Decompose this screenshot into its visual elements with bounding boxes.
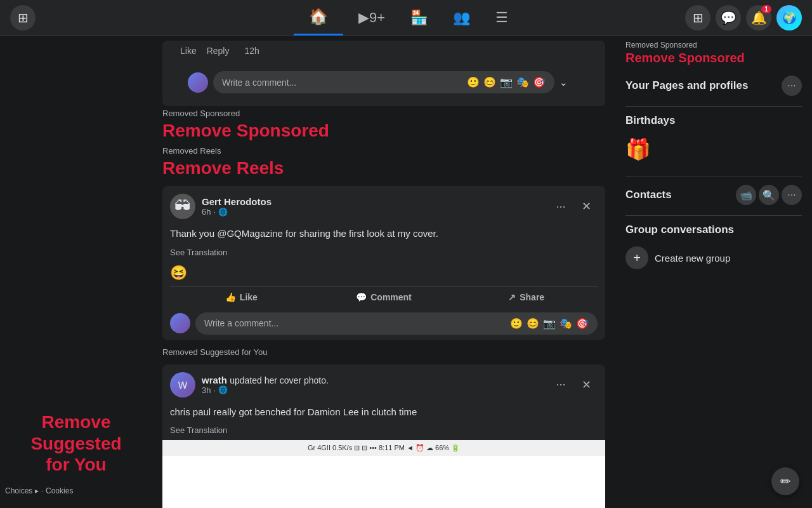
messenger-button[interactable]: 💬 <box>716 5 741 30</box>
gif-icon[interactable]: 😊 <box>483 76 496 88</box>
menu-nav-button[interactable]: ☰ <box>485 0 518 36</box>
store-icon: 🏪 <box>410 10 428 26</box>
close-post-button-wrath[interactable]: ✕ <box>575 373 598 396</box>
user-avatar[interactable]: 🌍 <box>776 5 802 30</box>
sidebar-sponsored-label: Removed Sponsored <box>625 41 802 50</box>
like-label-gert: Like <box>240 292 258 302</box>
removed-suggested-banner: Removed Suggested for You <box>152 345 615 359</box>
post2-action: updated her cover photo. <box>230 375 329 385</box>
notification-badge: 1 <box>761 5 771 13</box>
removed-reels-label: Removed Reels <box>152 144 615 158</box>
emoji-icon-gert[interactable]: 🙂 <box>510 318 523 330</box>
sidebar-remove-sponsored-action[interactable]: Remove Sponsored <box>625 51 802 65</box>
birthday-gift-icon: 🎁 <box>625 138 651 161</box>
more-icon-gert[interactable]: 🎯 <box>576 318 589 330</box>
sidebar-birthdays-header: Birthdays <box>625 114 802 127</box>
sidebar-pages-section: Your Pages and profiles ··· <box>625 76 802 96</box>
phone-content <box>162 456 605 508</box>
remove-reels-action[interactable]: Remove Reels <box>152 158 615 181</box>
dot-separator: · <box>213 207 216 217</box>
sidebar-contacts-title: Contacts <box>625 189 672 201</box>
collapse-toggle[interactable]: ⌄ <box>560 77 580 88</box>
post-meta-wrath: 3h · 🌐 <box>202 385 329 395</box>
more-icon[interactable]: 🎯 <box>533 76 546 88</box>
pages-more-button[interactable]: ··· <box>782 76 802 96</box>
sidebar-birthdays-title: Birthdays <box>625 114 675 127</box>
comment-area-gert: Write a comment... 🙂 😊 📷 🎭 🎯 <box>162 307 605 340</box>
emoji-icon[interactable]: 🙂 <box>467 76 480 88</box>
post-emoji-gert: 😆 <box>162 262 605 286</box>
contacts-more-button[interactable]: ··· <box>782 185 802 205</box>
more-options-button-gert[interactable]: ··· <box>549 195 572 218</box>
search-contacts-button[interactable]: 🔍 <box>759 185 779 205</box>
close-post-button-gert[interactable]: ✕ <box>575 195 598 218</box>
comment-label-gert: Comment <box>370 292 412 302</box>
like-button-gert[interactable]: 👍 Like <box>170 287 313 307</box>
comment-input-field[interactable]: Write a comment... 🙂 😊 📷 🎭 🎯 <box>213 71 554 93</box>
notification-button[interactable]: 🔔 1 <box>746 5 771 30</box>
see-translation-gert[interactable]: See Translation <box>162 246 605 262</box>
compose-button[interactable]: ✏ <box>771 467 799 495</box>
post-avatar-wrath: w <box>170 372 195 398</box>
sticker-icon-gert[interactable]: 🎭 <box>560 318 572 330</box>
sticker-icon[interactable]: 🎭 <box>516 76 529 88</box>
left-sidebar: Remove Suggestedfor You Choices ▸ · Cook… <box>0 36 152 508</box>
video-badge: 9+ <box>369 10 385 26</box>
video-nav-button[interactable]: ▶ 9+ <box>348 0 395 36</box>
globe-icon-wrath: 🌐 <box>218 385 228 394</box>
remove-suggested-label: Remove Suggestedfor You <box>5 406 147 481</box>
cookies-link[interactable]: Cookies <box>46 486 73 495</box>
post-header-gert: 🕶 Gert Herodotos 6h · 🌐 ··· ✕ <box>162 186 605 222</box>
grid-icon-button[interactable]: ⊞ <box>685 5 710 30</box>
share-button-gert[interactable]: ↗ Share <box>455 287 598 307</box>
comment-placeholder: Write a comment... <box>222 77 296 88</box>
author-name-gert[interactable]: Gert Herodotos <box>202 196 272 207</box>
contacts-action-buttons: 📹 🔍 ··· <box>736 185 802 205</box>
sidebar-groups-header: Group conversations <box>625 224 802 236</box>
sidebar-remove-sponsored: Removed Sponsored Remove Sponsored <box>625 41 802 65</box>
comment-input-gert[interactable]: Write a comment... 🙂 😊 📷 🎭 🎯 <box>195 312 598 335</box>
post-author-details: Gert Herodotos 6h · 🌐 <box>202 196 272 217</box>
comment-time: 12h <box>244 46 259 56</box>
see-translation-wrath[interactable]: See Translation <box>162 424 605 440</box>
post-time-wrath: 3h <box>202 385 211 395</box>
people-icon: 👥 <box>453 10 470 26</box>
create-group-icon: + <box>625 246 648 269</box>
people-nav-button[interactable]: 👥 <box>443 0 480 36</box>
more-options-button-wrath[interactable]: ··· <box>549 373 572 396</box>
home-nav-button[interactable]: 🏠 <box>294 0 343 36</box>
photo-icon[interactable]: 📷 <box>500 76 513 88</box>
commenter-avatar-gert <box>170 313 190 333</box>
comment-icons-gert: 🙂 😊 📷 🎭 🎯 <box>510 318 589 330</box>
store-nav-button[interactable]: 🏪 <box>400 0 438 36</box>
nav-left: ⊞ <box>10 5 137 30</box>
separator: ▸ · <box>35 486 43 495</box>
create-group-button[interactable]: + Create new group <box>625 241 802 274</box>
author-name-wrath: wrath updated her cover photo. <box>202 375 329 385</box>
share-icon: ↗ <box>508 292 516 302</box>
post-author-details-wrath: wrath updated her cover photo. 3h · 🌐 <box>202 375 329 395</box>
post-card-gert: 🕶 Gert Herodotos 6h · 🌐 ··· ✕ <box>162 186 605 340</box>
reply-action[interactable]: Reply <box>207 46 230 56</box>
main-layout: Remove Suggestedfor You Choices ▸ · Cook… <box>0 36 812 508</box>
remove-sponsored-action[interactable]: Remove Sponsored <box>152 121 615 144</box>
sidebar-contacts-header: Contacts 📹 🔍 ··· <box>625 185 802 205</box>
comment-icon: 💬 <box>356 292 367 302</box>
post-image-wrath: Gr 4GII 0.5K/s ⊟ ⊟ ••• 8:11 PM ◄ ⏰ ☁ 66%… <box>162 440 605 508</box>
like-action[interactable]: Like <box>180 46 197 56</box>
sidebar-groups-section: Group conversations + Create new group <box>625 215 802 274</box>
removed-sponsored-label: Removed Sponsored <box>152 106 615 121</box>
video-call-button[interactable]: 📹 <box>736 185 756 205</box>
grid-menu-button[interactable]: ⊞ <box>10 5 36 30</box>
post-header-wrath: w wrath updated her cover photo. 3h · 🌐 <box>162 364 605 400</box>
gif-icon-gert[interactable]: 😊 <box>527 318 539 330</box>
choices-link[interactable]: Choices <box>5 486 32 495</box>
sidebar-groups-title: Group conversations <box>625 224 734 236</box>
comment-button-gert[interactable]: 💬 Comment <box>313 287 455 307</box>
post-avatar-gert: 🕶 <box>170 194 195 219</box>
photo-icon-gert[interactable]: 📷 <box>543 318 556 330</box>
video-icon: ▶ <box>358 10 369 26</box>
comment-input-placeholder-gert: Write a comment... <box>204 318 278 328</box>
phone-status-bar: Gr 4GII 0.5K/s ⊟ ⊟ ••• 8:11 PM ◄ ⏰ ☁ 66%… <box>162 440 605 456</box>
comment-icon-group: 🙂 😊 📷 🎭 🎯 <box>467 76 546 88</box>
